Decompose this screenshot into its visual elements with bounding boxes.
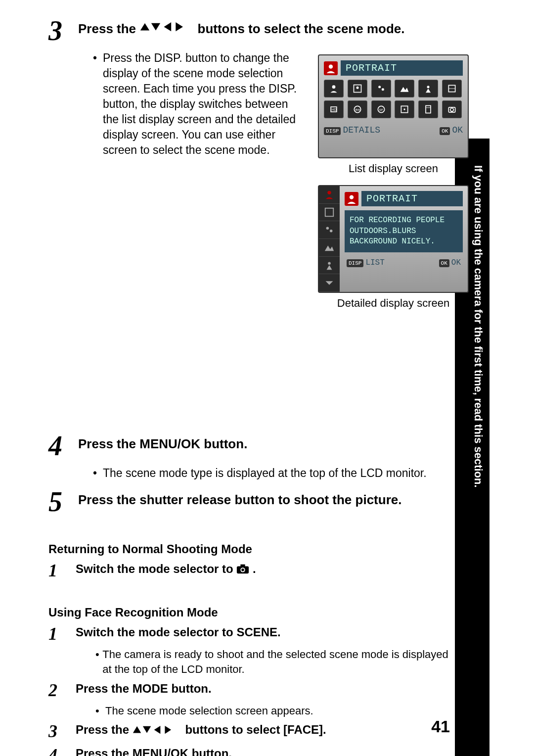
svg-point-35	[350, 195, 354, 199]
svg-point-5	[332, 85, 336, 89]
portrait-icon	[324, 61, 338, 75]
svg-marker-12	[426, 89, 431, 93]
step-number-5: 5	[48, 486, 76, 518]
svg-rect-28	[325, 208, 334, 217]
disp-badge: DISP	[324, 127, 341, 135]
lcd2-ok: OK	[451, 258, 461, 267]
step-number-4: 4	[48, 430, 76, 462]
svg-marker-33	[327, 265, 332, 270]
return-heading: Returning to Normal Shooting Mode	[48, 542, 454, 556]
scene-icon	[442, 100, 462, 118]
lcd1-details: DETAILS	[343, 125, 380, 135]
scene-icon: HD	[324, 100, 344, 118]
scene-icon	[395, 80, 414, 97]
dpad-arrows-icon	[133, 723, 185, 736]
svg-marker-2	[164, 22, 172, 31]
svg-marker-40	[133, 726, 141, 733]
svg-point-9	[381, 88, 384, 91]
svg-text:HD: HD	[332, 108, 337, 111]
return1-a: Switch the mode selector to	[76, 562, 236, 575]
face-step-3: 3 Press the buttons to select [FACE].	[48, 721, 454, 742]
face2-title: Press the MODE button.	[76, 680, 454, 696]
ok-badge: OK	[440, 127, 450, 135]
lcd2-caption: Detailed display screen	[318, 297, 469, 310]
scene-icon	[418, 100, 438, 118]
svg-point-7	[356, 87, 358, 89]
scene-icon: BW	[348, 100, 367, 118]
svg-point-26	[450, 108, 454, 112]
sidebar-icon	[319, 204, 340, 222]
face-step-2: 2 Press the MODE button.	[48, 680, 454, 701]
camera-icon	[236, 562, 253, 575]
svg-marker-3	[176, 22, 183, 31]
scene-icon: SP	[371, 100, 391, 118]
lcd1-title: PORTRAIT	[341, 60, 463, 76]
svg-point-30	[330, 230, 333, 233]
svg-text:BW: BW	[356, 108, 360, 111]
svg-point-39	[242, 568, 245, 571]
svg-point-4	[329, 64, 333, 68]
step-number-3: 3	[48, 15, 76, 47]
svg-point-11	[427, 86, 430, 88]
scene-icon	[348, 80, 367, 97]
face4-title: Press the MENU/OK button.	[76, 745, 454, 756]
list-display-screen: PORTRAIT HD BW SP DISPDETAILS OKOK	[318, 54, 469, 158]
lcd2-line1: FOR RECORDING PEOPLE	[350, 215, 458, 226]
sidebar-icon	[319, 221, 340, 239]
face3-a: Press the	[76, 723, 133, 736]
svg-point-27	[327, 191, 331, 194]
step-3: 3 Press the buttons to select the scene …	[48, 15, 454, 47]
lcd2-title: PORTRAIT	[361, 191, 463, 206]
sidebar-icon	[319, 239, 340, 257]
face-heading: Using Face Recognition Mode	[48, 606, 454, 619]
dpad-arrows-icon	[139, 21, 194, 39]
sidebar-icon	[319, 186, 340, 204]
svg-marker-0	[140, 23, 149, 31]
lcd2-line2: OUTDOORS.BLURS	[350, 226, 458, 237]
scene-icon	[442, 80, 462, 97]
lcd1-caption: List display screen	[318, 162, 469, 175]
disp-badge: DISP	[347, 259, 363, 267]
scene-icon-grid: HD BW SP	[324, 80, 463, 118]
step3-bullet: • Press the DISP. button to change the d…	[93, 50, 306, 158]
lcd2-line3: BACKGROUND NICELY.	[350, 236, 458, 247]
lcd2-list: LIST	[365, 258, 384, 267]
step4-bullet: • The scene mode type is displayed at th…	[93, 466, 454, 481]
svg-point-8	[378, 86, 381, 88]
face1-title: Switch the mode selector to SCENE.	[76, 623, 454, 639]
face3-b: buttons to select [FACE].	[185, 723, 326, 736]
step3-title-b: buttons to select the scene mode.	[198, 21, 405, 36]
svg-marker-1	[151, 23, 160, 31]
svg-point-22	[404, 108, 405, 110]
svg-marker-43	[165, 726, 171, 734]
scene-icon	[371, 80, 391, 97]
face-step-1: 1 Switch the mode selector to SCENE.	[48, 623, 454, 644]
svg-marker-10	[400, 87, 409, 92]
svg-rect-23	[426, 106, 431, 113]
step3-title-a: Press the	[78, 21, 139, 36]
svg-rect-37	[241, 565, 245, 567]
ok-badge: OK	[439, 259, 449, 267]
svg-marker-34	[326, 281, 333, 285]
sidebar-icon	[319, 257, 340, 275]
detailed-display-screen: PORTRAIT FOR RECORDING PEOPLE OUTDOORS.B…	[318, 185, 469, 293]
svg-text:SP: SP	[379, 108, 383, 111]
lcd1-ok: OK	[452, 125, 463, 135]
svg-marker-41	[143, 726, 151, 733]
return-step-1: 1 Switch the mode selector to .	[48, 560, 454, 581]
scene-icon	[324, 80, 344, 97]
step-5: 5 Press the shutter release button to sh…	[48, 486, 454, 518]
svg-point-29	[326, 227, 329, 230]
return1-b: .	[253, 562, 256, 575]
step-4: 4 Press the MENU/OK button.	[48, 430, 454, 462]
svg-marker-42	[154, 726, 160, 734]
face2-bullet: • The scene mode selection screen appear…	[95, 704, 454, 718]
svg-marker-31	[325, 246, 334, 251]
step4-title: Press the MENU/OK button.	[78, 430, 454, 453]
scene-icon	[418, 80, 438, 97]
face1-bullet: • The camera is ready to shoot and the s…	[95, 647, 454, 676]
sidebar-scroll-icon	[319, 274, 340, 292]
step5-title: Press the shutter release button to shoo…	[78, 486, 454, 509]
svg-point-32	[328, 262, 331, 265]
portrait-icon	[345, 192, 358, 206]
